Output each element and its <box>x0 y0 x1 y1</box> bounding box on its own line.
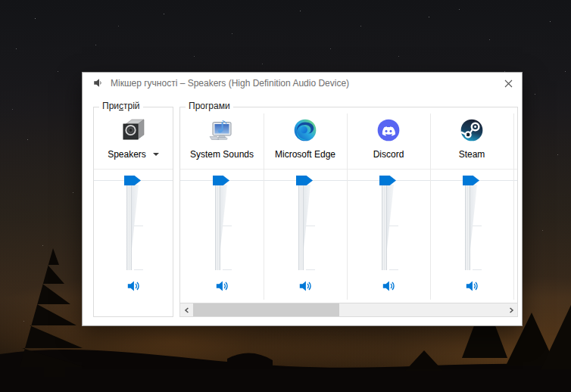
chevron-left-icon <box>184 307 190 313</box>
speaker-volume-icon <box>465 279 479 293</box>
slider-bottom-tick <box>134 269 143 270</box>
speaker-volume-icon <box>382 279 395 293</box>
volume-mixer-window: Мікшер гучності – Speakers (High Definit… <box>82 72 523 326</box>
programs-groupbox: Програми <box>179 107 518 317</box>
steam-icon <box>459 117 485 143</box>
slider-track[interactable] <box>126 185 132 270</box>
program-label: Discord <box>348 149 429 160</box>
stars <box>5 3 5 4</box>
device-groupbox: Пристрій Speakers <box>93 107 173 317</box>
slider-mid-tick <box>223 226 232 226</box>
close-button[interactable] <box>501 76 516 90</box>
slider-track[interactable] <box>465 185 470 270</box>
slider-bottom-tick <box>389 269 398 270</box>
speaker-volume-icon <box>298 279 312 293</box>
discord-slider-thumb[interactable] <box>379 176 396 185</box>
speaker-icon <box>92 77 104 89</box>
slider-mid-tick <box>306 226 315 226</box>
h-scrollbar[interactable] <box>180 303 517 316</box>
program-column-system-sounds: System Sounds <box>180 107 264 316</box>
system-sounds-icon <box>209 117 235 143</box>
steam-mute-button[interactable] <box>461 277 482 295</box>
h-scrollbar-track[interactable] <box>193 303 504 316</box>
edge-mute-button[interactable] <box>295 277 316 295</box>
titlebar[interactable]: Мікшер гучності – Speakers (High Definit… <box>83 73 522 93</box>
slider-bottom-tick <box>306 269 315 270</box>
slider-mid-tick <box>134 226 143 226</box>
system-sounds-mute-button[interactable] <box>211 277 232 295</box>
window-title: Мікшер гучності – Speakers (High Definit… <box>111 78 349 89</box>
device-selector[interactable]: Speakers <box>94 149 173 160</box>
slider-mid-tick <box>473 226 482 226</box>
column-separator <box>513 114 514 300</box>
edge-icon <box>292 117 318 143</box>
program-column-discord: Discord <box>347 107 430 316</box>
desktop-wallpaper: Мікшер гучності – Speakers (High Definit… <box>0 0 571 392</box>
slider-track[interactable] <box>382 185 387 270</box>
slider-track[interactable] <box>298 185 304 270</box>
slider-bottom-tick <box>223 269 232 270</box>
speaker-box-icon <box>120 117 146 143</box>
chevron-down-icon <box>153 153 159 156</box>
discord-mute-button[interactable] <box>378 277 399 295</box>
steam-volume-slider[interactable] <box>459 176 485 272</box>
speaker-volume-icon <box>215 279 229 293</box>
device-column: Speakers <box>94 107 173 316</box>
device-mute-button[interactable] <box>123 277 144 295</box>
system-sounds-volume-slider[interactable] <box>209 176 235 272</box>
program-label: Steam <box>431 149 513 160</box>
speaker-volume-icon <box>126 279 140 293</box>
program-column-steam: Steam <box>430 107 513 316</box>
slider-track[interactable] <box>215 185 220 270</box>
close-icon <box>504 79 513 88</box>
edge-slider-thumb[interactable] <box>296 176 313 185</box>
discord-volume-slider[interactable] <box>376 176 401 272</box>
edge-volume-slider[interactable] <box>292 176 318 272</box>
program-label: System Sounds <box>181 149 263 160</box>
program-label: Microsoft Edge <box>264 149 346 160</box>
chevron-right-icon <box>508 307 514 313</box>
device-volume-slider[interactable] <box>120 176 146 272</box>
slider-bottom-tick <box>473 269 482 270</box>
scroll-left-button[interactable] <box>180 303 193 316</box>
discord-icon <box>376 117 401 143</box>
scroll-right-button[interactable] <box>504 303 517 316</box>
system-sounds-slider-thumb[interactable] <box>213 176 229 185</box>
h-scrollbar-thumb[interactable] <box>193 303 339 316</box>
slider-mid-tick <box>389 226 398 226</box>
steam-slider-thumb[interactable] <box>463 176 479 185</box>
device-name: Speakers <box>108 149 146 160</box>
device-slider-thumb[interactable] <box>124 176 141 185</box>
program-column-edge: Microsoft Edge <box>264 107 347 316</box>
